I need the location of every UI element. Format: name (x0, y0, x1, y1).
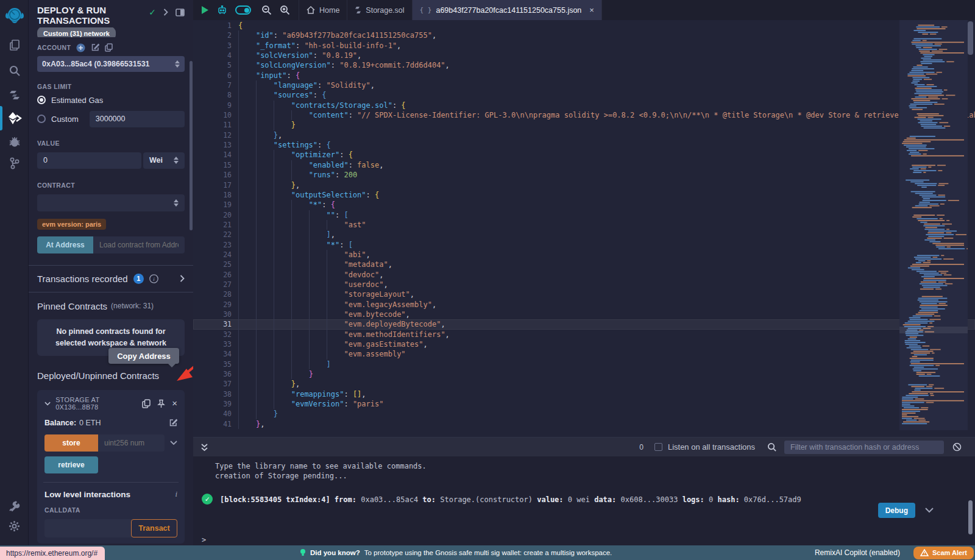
code-line[interactable]: 33 "evm.gasEstimates", (193, 339, 975, 349)
code-line[interactable]: 35 ] (193, 360, 975, 369)
code-line[interactable]: 41 }, (193, 419, 975, 429)
remix-logo-icon[interactable] (0, 4, 29, 28)
code-line[interactable]: 39 "evmVersion": "paris" (193, 399, 975, 409)
zoom-in-icon[interactable] (280, 5, 290, 15)
debugger-icon[interactable] (0, 130, 29, 152)
plugin-manager-icon[interactable] (0, 495, 29, 517)
minimap[interactable] (899, 20, 968, 430)
run-script-icon[interactable] (201, 5, 209, 15)
code-line[interactable]: 34 "evm.assembly" (193, 349, 975, 359)
transaction-log-row[interactable]: ✓ [block:5583405 txIndex:4] from: 0xa03.… (202, 494, 975, 505)
code-line[interactable]: 22 ], (193, 230, 975, 239)
retrieve-button[interactable]: retrieve (44, 456, 98, 473)
code-line[interactable]: 15 "enabled": false, (193, 160, 975, 170)
zoom-out-icon[interactable] (261, 5, 272, 15)
code-line[interactable]: 40 } (193, 409, 975, 419)
terminal-scrollbar[interactable] (968, 500, 973, 534)
custom-gas-radio[interactable] (37, 115, 46, 123)
code-line[interactable]: 10 "content": "// SPDX-License-Identifie… (193, 110, 975, 120)
code-line[interactable]: 30 "evm.bytecode", (193, 310, 975, 319)
expand-terminal-icon[interactable] (200, 443, 208, 452)
code-line[interactable]: 38 "remappings": [], (193, 389, 975, 399)
edit-balance-icon[interactable] (169, 419, 177, 427)
info-icon[interactable]: i (149, 274, 158, 283)
tab-storage-sol[interactable]: Storage.sol (347, 0, 412, 20)
code-line[interactable]: 27 "userdoc", (193, 280, 975, 289)
copilot-status[interactable]: RemixAI Copilot (enabled) (815, 548, 900, 557)
terminal-search-icon[interactable] (767, 442, 777, 452)
account-select[interactable]: 0xA03...85ac4 (0.39866531531 (37, 56, 185, 72)
code-line[interactable]: 6 "input": { (193, 71, 975, 80)
code-line[interactable]: 12 }, (193, 130, 975, 140)
store-arg-input[interactable] (98, 434, 165, 452)
code-line[interactable]: 32 "evm.methodIdentifiers", (193, 330, 975, 339)
code-line[interactable]: 1{ (193, 21, 975, 30)
close-tab-icon[interactable]: × (589, 5, 594, 15)
low-level-info-icon[interactable]: i (175, 489, 177, 499)
remove-instance-icon[interactable]: × (172, 400, 177, 406)
git-icon[interactable] (0, 152, 29, 174)
contract-select[interactable] (37, 194, 185, 211)
scam-alert-button[interactable]: Scam Alert (913, 547, 974, 559)
transact-button[interactable]: Transact (131, 519, 177, 537)
settings-gear-icon[interactable] (0, 515, 29, 537)
estimated-gas-option[interactable]: Estimated Gas (51, 96, 103, 105)
listen-all-label[interactable]: Listen on all transactions (668, 442, 755, 452)
code-line[interactable]: 23 "*": [ (193, 240, 975, 250)
copy-account-icon[interactable] (105, 43, 113, 52)
panel-scrollbar[interactable] (190, 61, 193, 230)
debug-button[interactable]: Debug (878, 503, 915, 518)
code-line[interactable]: 21 "ast" (193, 220, 975, 230)
code-line[interactable]: 8 "sources": { (193, 90, 975, 100)
code-line[interactable]: 31 "evm.deployedBytecode", (193, 319, 975, 329)
tab-home[interactable]: Home (299, 0, 347, 20)
code-line[interactable]: 11 } (193, 120, 975, 130)
code-line[interactable]: 17 }, (193, 180, 975, 190)
pin-instance-icon[interactable] (157, 399, 165, 408)
value-unit-select[interactable]: Wei (143, 152, 185, 169)
code-line[interactable]: 7 "language": "Solidity", (193, 80, 975, 90)
expand-transactions-icon[interactable] (180, 275, 185, 282)
code-line[interactable]: 37 }, (193, 379, 975, 389)
code-line[interactable]: 19 "*": { (193, 200, 975, 210)
code-line[interactable]: 14 "optimizer": { (193, 150, 975, 160)
ai-assistant-robot-icon[interactable] (217, 5, 227, 15)
code-line[interactable]: 29 "evm.legacyAssembly", (193, 300, 975, 310)
at-address-button[interactable]: At Address (37, 236, 93, 253)
code-line[interactable]: 2 "id": "a69b43f277ba20fcac141151250ca75… (193, 30, 975, 40)
code-line[interactable]: 9 "contracts/Storage.sol": { (193, 101, 975, 110)
code-line[interactable]: 13 "settings": { (193, 140, 975, 150)
copilot-toggle[interactable] (235, 5, 251, 15)
solidity-compiler-icon[interactable] (0, 84, 29, 106)
clear-console-icon[interactable] (952, 442, 962, 452)
code-line[interactable]: 24 "abi", (193, 250, 975, 260)
code-line[interactable]: 36 } (193, 369, 975, 379)
code-line[interactable]: 26 "devdoc", (193, 270, 975, 280)
terminal-prompt[interactable]: > (202, 536, 206, 544)
edit-account-icon[interactable] (91, 43, 99, 52)
account-stepper[interactable] (171, 60, 180, 68)
transactions-recorded-row[interactable]: Transactions recorded 1 i (29, 266, 193, 292)
expand-log-icon[interactable] (925, 508, 934, 513)
at-address-input[interactable] (93, 236, 185, 253)
code-line[interactable]: 18 "outputSelection": { (193, 190, 975, 200)
code-line[interactable]: 28 "storageLayout", (193, 289, 975, 299)
copy-address-icon[interactable] (142, 399, 151, 408)
custom-gas-option[interactable]: Custom (51, 115, 79, 124)
code-line[interactable]: 20 "": [ (193, 210, 975, 220)
terminal-filter-input[interactable] (784, 441, 944, 454)
collapse-instance-icon[interactable] (44, 402, 51, 406)
tab-json-file[interactable]: { } a69b43f277ba20fcac141151250ca755.jso… (413, 0, 602, 20)
value-input[interactable]: 0 (37, 152, 141, 169)
code-line[interactable]: 25 "metadata", (193, 260, 975, 269)
pin-panel-icon[interactable] (176, 9, 185, 16)
code-line[interactable]: 5 "solcLongVersion": "0.8.19+commit.7dd6… (193, 60, 975, 70)
deploy-and-run-icon[interactable] (0, 107, 29, 129)
file-explorer-icon[interactable] (0, 34, 29, 56)
code-line[interactable]: 16 "runs": 200 (193, 170, 975, 180)
store-button[interactable]: store (44, 434, 98, 452)
expand-store-icon[interactable] (170, 441, 177, 445)
custom-gas-input[interactable]: 3000000 (90, 111, 185, 127)
code-line[interactable]: 3 "_format": "hh-sol-build-info-1", (193, 41, 975, 51)
editor-scrollbar[interactable] (968, 21, 973, 55)
